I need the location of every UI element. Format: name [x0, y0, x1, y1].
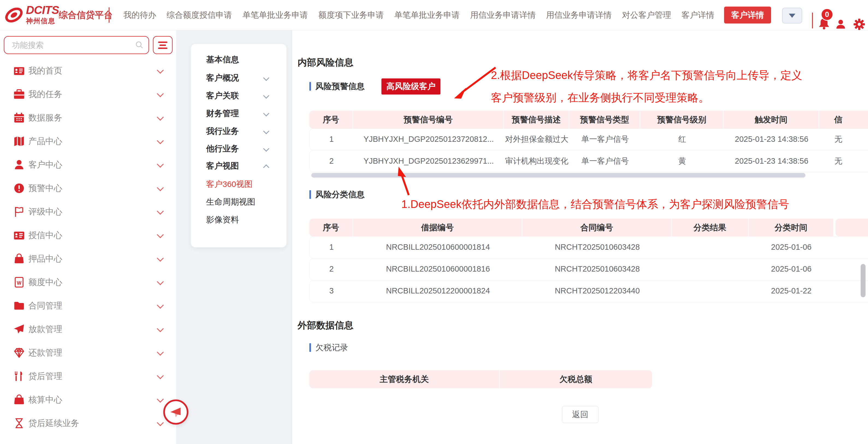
nav-tab-my-todo[interactable]: 我的待办	[123, 9, 156, 21]
chevron-down-icon	[263, 75, 270, 81]
folder-icon	[13, 300, 25, 312]
chevron-down-icon	[157, 208, 163, 214]
chevron-down-icon	[157, 161, 163, 168]
submenu-item-basic-info[interactable]: 基本信息	[191, 51, 286, 68]
table-row: 2 NRCBILL2025010600001816 NRCHT202501060…	[309, 258, 868, 280]
utensils-icon	[13, 370, 25, 382]
sidebar-item-disbursement-mgmt[interactable]: 放款管理	[0, 318, 176, 341]
alert-circle-icon	[13, 182, 25, 194]
risk-class-section-header: 风险分类信息	[309, 187, 365, 202]
nav-tab-credit-apply[interactable]: 综合额度授信申请	[166, 9, 232, 21]
logo-text: DCITS 神州信息	[26, 4, 59, 24]
risk-class-table: 序号 借据编号 合同编号 分类结果 分类时间 1 NRCBILL20250106…	[309, 218, 868, 302]
table-header-row: 序号 借据编号 合同编号 分类结果 分类时间	[309, 218, 868, 237]
function-search-input[interactable]	[4, 36, 149, 54]
tab-overflow-dropdown[interactable]	[782, 8, 802, 24]
back-button[interactable]: 返回	[562, 406, 598, 423]
nav-tabs: 我的待办 综合额度授信申请 单笔单批业务申请 额度项下业务申请 单笔单批业务申请…	[123, 0, 714, 30]
chevron-down-icon	[157, 114, 163, 120]
calendar-icon	[13, 112, 25, 124]
sidebar-item-warning-center[interactable]: 预警中心	[0, 177, 176, 200]
nav-tab-single-batch-1[interactable]: 单笔单批业务申请	[243, 9, 308, 21]
active-tab-customer-detail[interactable]: 客户详情	[724, 6, 771, 24]
submenu-item-lifecycle-view[interactable]: 生命周期视图	[191, 193, 286, 211]
sidebar-item-my-tasks[interactable]: 我的任务	[0, 83, 176, 106]
user-profile-icon[interactable]	[835, 19, 846, 31]
table-header-row: 序号 预警信号编号 预警信号描述 预警信号类型 预警信号级别 触发时间 信	[309, 111, 868, 129]
tax-arrears-section-header: 欠税记录	[309, 340, 348, 355]
flag-icon	[13, 206, 25, 218]
submenu-item-customer-view[interactable]: 客户视图	[191, 157, 286, 175]
chevron-down-icon	[263, 146, 270, 152]
vertical-scrollbar[interactable]	[861, 264, 866, 297]
sidebar-item-collateral-center[interactable]: 押品中心	[0, 247, 176, 270]
nav-tab-corp-customer-mgmt[interactable]: 对公客户管理	[622, 9, 671, 21]
submenu-item-image-materials[interactable]: 影像资料	[191, 211, 286, 229]
nav-tab-single-batch-2[interactable]: 单笔单批业务申请	[394, 9, 460, 21]
horizontal-scrollbar[interactable]	[311, 173, 805, 178]
tax-arrears-title: 欠税记录	[315, 342, 348, 353]
menu-icon	[158, 41, 167, 43]
dcits-logo-icon	[4, 4, 24, 27]
table-header-row: 主管税务机关 欠税总额	[309, 370, 653, 388]
id-card-icon	[13, 229, 25, 241]
sidebar-item-post-loan-continuation[interactable]: 贷后延续业务	[0, 412, 176, 435]
briefcase-icon	[13, 88, 25, 100]
submenu-item-customer-360-view[interactable]: 客户360视图	[191, 175, 286, 193]
risk-class-title: 风险分类信息	[315, 189, 365, 200]
chevron-down-icon	[157, 67, 163, 73]
annotation-note-1: 1.DeepSeek依托内外部数据信息，结合预警信号体系，为客户探测风险预警信号	[401, 193, 789, 215]
sidebar-item-product-center[interactable]: 产品中心	[0, 129, 176, 153]
sidebar-item-rating-center[interactable]: 评级中心	[0, 200, 176, 224]
sidebar-item-credit-center[interactable]: 授信中心	[0, 224, 176, 247]
chevron-down-icon	[263, 110, 270, 117]
table-row: 1 NRCBILL2025010600001814 NRCHT202501060…	[309, 236, 868, 259]
chevron-down-icon	[157, 349, 163, 355]
risk-warning-title: 风险预警信息	[315, 81, 365, 92]
section-bar	[309, 343, 311, 352]
chevron-down-icon	[157, 231, 163, 238]
main-content: 内部风险信息 风险预警信息 高风险级客户 2.根据DeepSeek传导策略，将客…	[292, 30, 868, 444]
chevron-down-icon	[263, 128, 270, 135]
page: DCITS 神州信息 综合信贷平台 我的待办 综合额度授信申请 单笔单批业务申请…	[0, 0, 868, 444]
external-data-heading: 外部数据信息	[298, 319, 353, 332]
sidebar-collapse-button[interactable]	[163, 399, 188, 424]
svg-text:W: W	[17, 280, 22, 286]
submenu-item-finance-mgmt[interactable]: 财务管理	[191, 105, 286, 122]
logo-company-cn: 神州信息	[26, 18, 59, 24]
tax-arrears-table: 主管税务机关 欠税总额	[309, 370, 653, 388]
submenu-item-customer-relations[interactable]: 客户关联	[191, 87, 286, 105]
section-bar	[309, 190, 311, 199]
submenu-item-our-bank-business[interactable]: 我行业务	[191, 122, 286, 140]
sidebar-item-post-loan-mgmt[interactable]: 贷后管理	[0, 364, 176, 388]
chevron-down-icon	[263, 93, 270, 99]
chevron-down-icon	[157, 419, 163, 426]
sidebar-item-limit-center[interactable]: W 额度中心	[0, 270, 176, 294]
nav-tab-customer-detail[interactable]: 客户详情	[682, 9, 714, 21]
menu-collapse-button[interactable]	[153, 36, 173, 54]
nav-tab-under-limit[interactable]: 额度项下业务申请	[318, 9, 384, 21]
submenu-item-customer-overview[interactable]: 客户概况	[191, 69, 286, 87]
sidebar-item-customer-center[interactable]: 客户中心	[0, 153, 176, 177]
table-row: 1 YJBHYJXH_DGP20250123720812... 对外担保金额过大…	[309, 128, 868, 151]
left-sidebar: 我的首页 我的任务 数据服务 产品中心 客户中心 预警中心	[0, 30, 176, 444]
chevron-down-icon	[157, 372, 163, 379]
settings-gear-icon[interactable]	[853, 18, 866, 32]
risk-warning-section-header: 风险预警信息 高风险级客户	[309, 79, 440, 94]
sidebar-item-repayment-mgmt[interactable]: 还款管理	[0, 341, 176, 364]
customer-view-submenu: 基本信息 客户概况 客户关联 财务管理 我行业务 他行业务 客户视图 客户360…	[191, 44, 287, 247]
sidebar-item-contract-mgmt[interactable]: 合同管理	[0, 294, 176, 318]
submenu-item-other-bank-business[interactable]: 他行业务	[191, 140, 286, 157]
table-row: 3 NRCBILL2025012200001824 NRCHT202501220…	[309, 280, 868, 302]
sidebar-item-my-home[interactable]: 我的首页	[0, 59, 176, 83]
notification-count-badge: 0	[821, 8, 833, 21]
nav-tab-loan-use-detail-1[interactable]: 用信业务申请详情	[470, 9, 536, 21]
sidebar-item-data-services[interactable]: 数据服务	[0, 106, 176, 129]
chevron-down-icon	[789, 14, 795, 18]
nav-tab-loan-use-detail-2[interactable]: 用信业务申请详情	[546, 9, 612, 21]
product-title: 综合信贷平台	[59, 0, 113, 30]
chevron-down-icon	[157, 255, 163, 262]
chevron-down-icon	[157, 302, 163, 308]
sidebar-item-accounting-center[interactable]: 核算中心	[0, 388, 176, 412]
top-navbar: DCITS 神州信息 综合信贷平台 我的待办 综合额度授信申请 单笔单批业务申请…	[0, 0, 868, 30]
